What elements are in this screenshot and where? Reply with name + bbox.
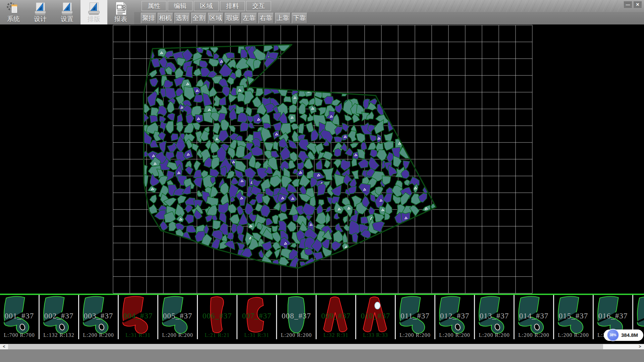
- app-tab-系统[interactable]: 系统: [0, 0, 27, 24]
- memory-badge: 38% 384.8M: [604, 329, 643, 341]
- ruler-icon: [33, 1, 48, 16]
- piece-id-label: 008_#37: [277, 312, 316, 320]
- piece-counts-label: L:200 R:200: [396, 332, 434, 338]
- piece-counts-label: L:200 R:200: [79, 332, 118, 338]
- horizontal-scrollbar[interactable]: < >: [0, 344, 644, 349]
- piece-counts-label: L:200 R:200: [435, 332, 474, 338]
- menu-button-交互[interactable]: 交互: [246, 1, 271, 11]
- app-tab-设置[interactable]: 设置: [54, 0, 80, 24]
- tool-button-区域[interactable]: 区域: [208, 13, 223, 23]
- app-mode-tabs: 系统 设计 设置 排版: [0, 0, 134, 24]
- strip-piece-cell[interactable]: 007_#37L:31 R:31: [237, 295, 277, 339]
- tool-button-聚排[interactable]: 聚排: [141, 13, 156, 23]
- app-tab-设计[interactable]: 设计: [27, 0, 54, 24]
- piece-id-label: 013_#37: [475, 312, 514, 320]
- piece-counts-label: L:200 R:200: [475, 332, 514, 338]
- app-tab-label: 排版: [80, 15, 107, 23]
- strip-piece-cell[interactable]: 005_#37L:200 R:200: [158, 295, 198, 339]
- ruler-icon: [86, 1, 102, 16]
- hide-nesting-view: [0, 24, 644, 294]
- piece-id-label: 012_#37: [435, 312, 474, 320]
- piece-counts-label: L:200 R:200: [158, 332, 197, 338]
- strip-piece-cell[interactable]: 001_#37L:700 R:700: [0, 295, 40, 339]
- strip-piece-cell[interactable]: 006_#37L:21 R:21: [198, 295, 237, 339]
- piece-id-label: 006_#37: [198, 312, 236, 320]
- tool-button-左靠[interactable]: 左靠: [241, 13, 257, 23]
- menu-button-属性[interactable]: 属性: [142, 1, 166, 11]
- piece-id-label: 015_#37: [554, 312, 593, 320]
- piece-id-label: 002_#37: [40, 312, 78, 320]
- piece-counts-label: L:31 R:31: [237, 332, 276, 338]
- scroll-left-arrow[interactable]: <: [0, 344, 8, 350]
- piece-id-label: 011_#37: [396, 312, 434, 320]
- strip-piece-cell[interactable]: 014_#37L:200 R:200: [515, 295, 554, 339]
- tool-button-全割[interactable]: 全割: [191, 13, 207, 23]
- titlebar-texture: [278, 0, 620, 12]
- piece-id-label: 010_#37: [356, 312, 395, 320]
- minimize-button[interactable]: —: [624, 1, 632, 8]
- tool-button-右靠[interactable]: 右靠: [258, 13, 274, 23]
- strip-piece-cell[interactable]: 013_#37L:200 R:200: [475, 295, 515, 339]
- strip-piece-cell[interactable]: 012_#37L:200 R:200: [435, 295, 475, 339]
- menu-button-编辑[interactable]: 编辑: [168, 1, 193, 11]
- app-tab-排版[interactable]: 排版: [80, 0, 107, 24]
- piece-counts-label: L:132 R:132: [40, 332, 78, 338]
- app-tab-报表[interactable]: 报表: [107, 0, 134, 24]
- app-tab-label: 设计: [27, 15, 54, 23]
- menu-row: 属性编辑区域排料交互: [142, 1, 271, 11]
- main-toolbar: 系统 设计 设置 排版: [0, 0, 644, 24]
- memory-percent-badge: 38%: [607, 329, 619, 341]
- status-bar: [0, 349, 644, 362]
- strip-piece-cell[interactable]: 008_#37L:200 R:200: [277, 295, 317, 339]
- tool-button-下靠[interactable]: 下靠: [292, 13, 307, 23]
- ruler-icon: [59, 1, 75, 16]
- piece-counts-label: L:200 R:200: [554, 332, 593, 338]
- piece-id-label: 009_#37: [317, 312, 355, 320]
- strip-piece-cell[interactable]: 015_#37L:200 R:200: [554, 295, 594, 339]
- strip-piece-cell[interactable]: 004_#37L:31 R:31: [119, 295, 158, 339]
- piece-counts-label: L:21 R:21: [198, 332, 236, 338]
- app-window: 系统 设计 设置 排版: [0, 0, 644, 362]
- system-gear-icon: [6, 1, 21, 16]
- close-button[interactable]: ✕: [633, 1, 642, 8]
- piece-id-label: 003_#37: [79, 312, 118, 320]
- menu-button-排料[interactable]: 排料: [220, 1, 245, 11]
- piece-id-label: 005_#37: [158, 312, 197, 320]
- piece-counts-label: L:33 R:33: [356, 332, 395, 338]
- piece-counts-label: L:200 R:200: [515, 332, 553, 338]
- strip-piece-cell[interactable]: 003_#37L:200 R:200: [79, 295, 119, 339]
- piece-id-label: 001_#37: [0, 312, 39, 320]
- strip-piece-cell[interactable]: 010_#37L:33 R:33: [356, 295, 396, 339]
- piece-id-label: 016_#37: [594, 312, 632, 320]
- piece-id-label: 004_#37: [119, 312, 157, 320]
- scrollbar-thumb[interactable]: [8, 344, 603, 350]
- report-icon: [113, 1, 128, 16]
- tool-button-上靠[interactable]: 上靠: [275, 13, 290, 23]
- piece-counts-label: L:32 R:31: [317, 332, 355, 338]
- tool-button-选割[interactable]: 选割: [174, 13, 190, 23]
- piece-counts-label: L:200 R:200: [277, 332, 316, 338]
- tool-button-相机[interactable]: 相机: [158, 13, 173, 23]
- strip-piece-cell[interactable]: 009_#37L:32 R:31: [317, 295, 356, 339]
- piece-counts-label: L:700 R:700: [0, 332, 39, 338]
- piece-id-label: 0: [633, 312, 644, 320]
- memory-size-label: 384.8M: [621, 329, 638, 341]
- tool-row: 聚排相机选割全割区域瑕疵左靠右靠上靠下靠: [141, 13, 307, 23]
- strip-piece-cell[interactable]: 002_#37L:132 R:132: [40, 295, 79, 339]
- nesting-canvas[interactable]: [0, 24, 644, 294]
- app-tab-label: 系统: [0, 15, 27, 23]
- app-tab-label: 设置: [54, 15, 80, 23]
- piece-counts-label: L:31 R:31: [119, 332, 157, 338]
- app-tab-label: 报表: [107, 15, 134, 23]
- piece-id-label: 014_#37: [515, 312, 553, 320]
- scroll-right-arrow[interactable]: >: [636, 344, 644, 350]
- piece-id-label: 007_#37: [237, 312, 276, 320]
- piece-thumbnail-strip: 001_#37L:700 R:700002_#37L:132 R:132003_…: [0, 295, 644, 339]
- strip-piece-cell[interactable]: 011_#37L:200 R:200: [396, 295, 435, 339]
- tool-button-瑕疵[interactable]: 瑕疵: [225, 13, 240, 23]
- menu-button-区域[interactable]: 区域: [194, 1, 219, 11]
